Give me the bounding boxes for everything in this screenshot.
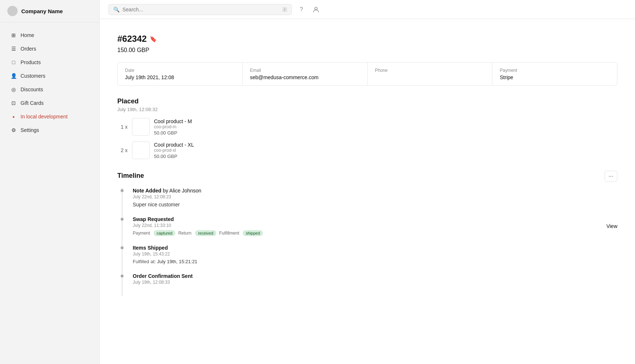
bookmark-icon[interactable]: 🔖 — [150, 36, 157, 43]
settings-icon: ⚙ — [10, 127, 17, 133]
timeline-list: Note Added by Alice Johnson July 22nd, 1… — [122, 188, 617, 296]
search-icon: 🔍 — [113, 7, 120, 12]
timeline-dot — [121, 246, 124, 249]
sidebar-label-customers: Customers — [21, 73, 45, 79]
help-icon[interactable]: ? — [296, 4, 307, 15]
order-title: #62342 🔖 — [117, 34, 617, 44]
timeline-event-date: July 22nd, 11:33:10 — [133, 223, 263, 228]
timeline-event-note: Note Added by Alice Johnson July 22nd, 1… — [122, 188, 617, 216]
timeline-event-shipped: Items Shipped July 19th, 15:43:22 Fulfil… — [122, 245, 617, 273]
user-menu-icon[interactable] — [311, 4, 321, 15]
item-name: Cool product - XL — [154, 142, 194, 148]
payment-value: Stripe — [500, 74, 610, 80]
item-info: Cool product - M coo-prod-m 50.00 GBP — [154, 118, 192, 136]
sidebar-label-orders: Orders — [21, 46, 36, 52]
order-items-list: 1 x Cool product - M coo-prod-m 50.00 GB… — [117, 118, 617, 159]
search-wrapper[interactable]: 🔍 / — [109, 4, 292, 15]
timeline-more-button[interactable]: ··· — [605, 171, 617, 182]
sidebar-item-gift-cards[interactable]: ⊡ Gift Cards — [3, 96, 96, 110]
search-slash-key: / — [282, 7, 287, 12]
settings-label: Settings — [21, 127, 39, 133]
sidebar-item-products[interactable]: □ Products — [3, 56, 96, 69]
payment-badge-label: Payment — [133, 231, 150, 236]
swap-view-link[interactable]: View — [606, 223, 617, 229]
item-thumbnail — [132, 141, 150, 159]
topbar: 🔍 / ? — [100, 0, 635, 19]
item-name: Cool product - M — [154, 118, 192, 124]
sidebar-nav: ⊞ Home☰ Orders□ Products👤 Customers◎ Dis… — [0, 22, 99, 143]
item-qty: 1 x — [117, 124, 128, 130]
swap-badges-row: Payment captured Return received Fulfill… — [133, 230, 263, 236]
sidebar-item-discounts[interactable]: ◎ Discounts — [3, 83, 96, 96]
order-item: 2 x Cool product - XL coo-prod-xl 50.00 … — [117, 141, 617, 159]
timeline-event-title: Note Added by Alice Johnson — [133, 188, 617, 194]
gift-cards-icon: ⊡ — [10, 100, 17, 106]
company-name: Company Name — [21, 8, 63, 14]
email-label: Email — [250, 68, 360, 73]
customers-icon: 👤 — [10, 73, 17, 79]
sidebar-label-discounts: Discounts — [21, 87, 43, 92]
phone-label: Phone — [375, 68, 485, 73]
fulfillment-badge: shipped — [243, 230, 263, 236]
timeline-dot — [121, 189, 124, 192]
fulfilled-at: Fulfilled at: July 19th, 15:21:21 — [133, 259, 617, 264]
timeline-note: Super nice customer — [133, 202, 617, 207]
search-input[interactable] — [122, 7, 279, 12]
payment-label: Payment — [500, 68, 610, 73]
home-icon: ⊞ — [10, 32, 17, 38]
placed-section: Placed July 19th, 12:08:32 1 x Cool prod… — [117, 98, 617, 159]
item-sku: coo-prod-m — [154, 124, 192, 129]
sidebar-item-customers[interactable]: 👤 Customers — [3, 69, 96, 82]
order-item: 1 x Cool product - M coo-prod-m 50.00 GB… — [117, 118, 617, 136]
placed-title: Placed — [117, 98, 617, 105]
sidebar-item-home[interactable]: ⊞ Home — [3, 29, 96, 42]
return-badge-label: Return — [178, 231, 191, 236]
placed-date: July 19th, 12:08:32 — [117, 107, 617, 112]
timeline-event-confirmation: Order Confirmation Sent July 19th, 12:08… — [122, 273, 617, 296]
payment-badge: captured — [154, 230, 175, 236]
item-qty: 2 x — [117, 147, 128, 153]
item-price: 50.00 GBP — [154, 154, 194, 159]
timeline-event-swap: Swap Requested July 22nd, 11:33:10 Payme… — [122, 216, 617, 245]
date-value: July 19th 2021, 12:08 — [125, 74, 235, 80]
timeline-event-date: July 22nd, 12:08:23 — [133, 194, 617, 199]
timeline-event-title: Swap Requested — [133, 216, 263, 222]
item-price: 50.00 GBP — [154, 130, 192, 136]
fulfillment-badge-label: Fulfillment — [219, 231, 239, 236]
email-value: seb@medusa-commerce.com — [250, 74, 360, 80]
meta-payment: Payment Stripe — [492, 63, 617, 85]
meta-phone: Phone — [368, 63, 493, 85]
timeline-header: Timeline ··· — [117, 171, 617, 182]
main-area: 🔍 / ? #62342 🔖 150.00 GBP Date Jul — [100, 0, 635, 364]
return-badge: received — [195, 230, 216, 236]
order-amount: 150.00 GBP — [117, 47, 617, 54]
order-id: #62342 — [117, 34, 147, 44]
discounts-icon: ◎ — [10, 86, 17, 93]
timeline-dot — [121, 218, 124, 221]
meta-date: Date July 19th 2021, 12:08 — [118, 63, 243, 85]
topbar-actions: ? — [296, 4, 321, 15]
sidebar: Company Name ⊞ Home☰ Orders□ Products👤 C… — [0, 0, 100, 364]
item-sku: coo-prod-xl — [154, 148, 194, 153]
content-area: #62342 🔖 150.00 GBP Date July 19th 2021,… — [100, 19, 635, 364]
item-thumbnail — [132, 118, 150, 136]
sidebar-label-products: Products — [21, 59, 41, 65]
date-label: Date — [125, 68, 235, 73]
sidebar-label-gift-cards: Gift Cards — [21, 100, 44, 106]
orders-icon: ☰ — [10, 45, 17, 52]
timeline-event-date: July 19th, 12:08:33 — [133, 280, 617, 285]
meta-email: Email seb@medusa-commerce.com — [243, 63, 368, 85]
sidebar-item-orders[interactable]: ☰ Orders — [3, 42, 96, 55]
timeline-dot — [121, 275, 124, 277]
item-info: Cool product - XL coo-prod-xl 50.00 GBP — [154, 142, 194, 159]
company-logo — [7, 6, 18, 16]
sidebar-item-environment[interactable]: ● In local development — [3, 110, 96, 123]
sidebar-label-home: Home — [21, 32, 34, 38]
order-meta-row: Date July 19th 2021, 12:08 Email seb@med… — [117, 62, 617, 86]
timeline-event-date: July 19th, 15:43:22 — [133, 251, 617, 257]
svg-point-0 — [315, 7, 318, 10]
sidebar-item-settings[interactable]: ⚙ Settings — [3, 124, 96, 137]
timeline-event-title: Items Shipped — [133, 245, 617, 251]
environment-label: In local development — [21, 114, 67, 120]
products-icon: □ — [10, 59, 17, 66]
